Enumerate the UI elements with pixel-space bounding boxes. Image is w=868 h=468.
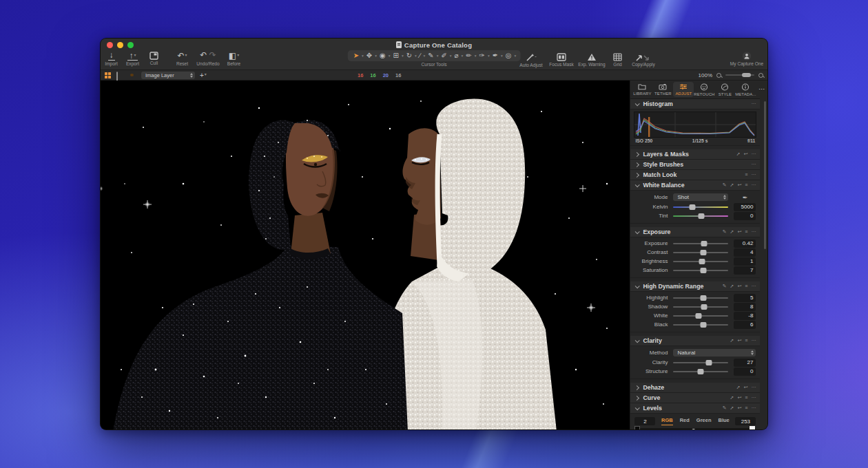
more-icon[interactable]: ⋯ bbox=[751, 151, 756, 157]
highlight-value[interactable]: 5 bbox=[734, 294, 756, 302]
copy-icon[interactable]: ➚ bbox=[736, 151, 741, 157]
tab-tether[interactable]: TETHER bbox=[652, 81, 673, 98]
more-icon[interactable]: ⋯ bbox=[751, 101, 756, 107]
more-icon[interactable]: ⋯ bbox=[751, 338, 756, 343]
proof-view-icon[interactable] bbox=[128, 72, 136, 78]
channel-red[interactable]: Red bbox=[680, 417, 690, 425]
slider-handle[interactable] bbox=[696, 313, 702, 319]
cull-button[interactable]: Cull bbox=[143, 50, 165, 65]
reset-icon[interactable]: ↩ bbox=[737, 229, 741, 235]
panel-header-histogram[interactable]: Histogram ⋯ bbox=[630, 99, 760, 109]
levels-graph[interactable] bbox=[634, 428, 756, 430]
export-button[interactable]: ↑▾ Export bbox=[122, 50, 143, 66]
black-value[interactable]: 6 bbox=[734, 321, 756, 329]
add-layer-button[interactable]: +▾ bbox=[200, 71, 207, 79]
import-button[interactable]: ↓ Import bbox=[101, 50, 122, 66]
auto-adjust-button[interactable]: Auto Adjust bbox=[516, 52, 546, 67]
undo-redo-button[interactable]: ↶ ↷ Undo/Redo bbox=[193, 50, 223, 66]
titlebar[interactable]: Capture One Catalog bbox=[101, 39, 767, 49]
rotate-tool-icon[interactable]: ↻ bbox=[405, 51, 413, 61]
presets-icon[interactable]: ≡ bbox=[745, 172, 747, 178]
zoom-out-icon[interactable] bbox=[716, 73, 721, 78]
slider-handle[interactable] bbox=[700, 268, 706, 273]
copy-icon[interactable]: ➚ bbox=[730, 284, 734, 289]
more-icon[interactable]: ⋯ bbox=[751, 172, 756, 178]
tint-value[interactable]: 0 bbox=[734, 212, 756, 220]
more-icon[interactable]: ⋯ bbox=[751, 229, 756, 235]
reset-icon[interactable]: ↩ bbox=[737, 338, 741, 343]
reset-icon[interactable]: ↩ bbox=[744, 151, 748, 157]
spot-removal-tool-icon[interactable]: ✎ bbox=[426, 51, 435, 61]
edit-icon[interactable]: ✎ bbox=[723, 405, 727, 411]
edit-icon[interactable]: ✎ bbox=[723, 229, 727, 235]
tab-metadata[interactable]: METADA... bbox=[735, 81, 756, 98]
slider-handle[interactable] bbox=[698, 369, 704, 374]
saturation-value[interactable]: 7 bbox=[734, 266, 756, 275]
more-icon[interactable]: ⋯ bbox=[751, 182, 756, 188]
more-icon[interactable]: ⋯ bbox=[751, 405, 756, 411]
black-slider[interactable] bbox=[673, 324, 728, 326]
reset-icon[interactable]: ↩ bbox=[737, 284, 741, 289]
panel-overflow-menu[interactable]: ⋮ bbox=[758, 86, 765, 93]
edit-icon[interactable]: ✎ bbox=[723, 284, 727, 289]
crop-tool-icon[interactable]: ⊞ bbox=[391, 51, 400, 61]
tab-retouch[interactable]: RETOUCH bbox=[694, 81, 714, 98]
layer-select[interactable]: Image Layer bbox=[141, 72, 195, 79]
channel-green[interactable]: Green bbox=[696, 417, 712, 425]
wb-mode-select[interactable]: Shot bbox=[673, 193, 728, 201]
panel-header-levels[interactable]: Levels ✎➚↩≡⋯ bbox=[630, 403, 760, 414]
reset-icon[interactable]: ↩ bbox=[737, 405, 741, 411]
panel-header-hdr[interactable]: High Dynamic Range ✎➚↩≡⋯ bbox=[630, 281, 760, 292]
reset-icon[interactable]: ↩ bbox=[737, 395, 741, 401]
levels-shadow-input[interactable]: 2 bbox=[634, 417, 655, 425]
shadow-value[interactable]: 8 bbox=[734, 303, 756, 311]
reset-icon[interactable]: ↩ bbox=[744, 385, 748, 390]
presets-icon[interactable]: ≡ bbox=[745, 182, 747, 188]
copy-icon[interactable]: ➚ bbox=[730, 229, 734, 235]
before-button[interactable]: ◧▾ Before bbox=[223, 50, 245, 66]
wb-eyedropper-icon[interactable]: ✒ bbox=[734, 194, 756, 201]
tint-slider[interactable] bbox=[673, 215, 728, 217]
slider-handle[interactable] bbox=[701, 304, 707, 310]
levels-white-point-handle[interactable] bbox=[750, 426, 755, 430]
speed-edit-tool-icon[interactable]: ◎ bbox=[504, 51, 513, 61]
contrast-value[interactable]: 4 bbox=[734, 248, 756, 257]
highlight-slider[interactable] bbox=[673, 297, 728, 299]
zoom-slider-handle[interactable] bbox=[742, 73, 751, 77]
panel-header-exposure[interactable]: Exposure ✎➚↩≡⋯ bbox=[630, 227, 760, 237]
exposure-warning-button[interactable]: Exp. Warning bbox=[577, 52, 607, 67]
clarity-slider[interactable] bbox=[673, 362, 728, 363]
annotate-tool-icon[interactable]: ✒ bbox=[491, 51, 499, 61]
white-value[interactable]: -8 bbox=[734, 312, 756, 320]
select-tool-icon[interactable]: ➤ bbox=[352, 51, 360, 61]
panel-header-white-balance[interactable]: White Balance ✎➚↩≡⋯ bbox=[630, 180, 760, 191]
exposure-value[interactable]: 0.42 bbox=[734, 240, 756, 248]
copy-icon[interactable]: ➚ bbox=[730, 338, 734, 343]
slider-handle[interactable] bbox=[701, 241, 707, 246]
panel-header-match-look[interactable]: Match Look ≡⋯ bbox=[630, 170, 760, 180]
panel-scrollbar[interactable] bbox=[764, 101, 766, 249]
zoom-slider[interactable] bbox=[725, 74, 754, 76]
reset-icon[interactable]: ↩ bbox=[737, 182, 741, 188]
reset-button[interactable]: ↶▾ Reset bbox=[172, 50, 193, 66]
grid-button[interactable]: Grid bbox=[607, 52, 628, 67]
slider-handle[interactable] bbox=[700, 322, 706, 328]
levels-highlight-input[interactable]: 253 bbox=[735, 417, 756, 425]
presets-icon[interactable]: ≡ bbox=[745, 338, 747, 343]
draw-mask-tool-icon[interactable]: ✏ bbox=[464, 51, 473, 61]
copy-icon[interactable]: ➚ bbox=[730, 182, 734, 188]
image-viewer[interactable] bbox=[101, 81, 630, 430]
levels-black-point-handle[interactable] bbox=[634, 426, 640, 430]
my-capture-one-button[interactable]: My Capture One bbox=[732, 50, 762, 66]
brightness-value[interactable]: 1 bbox=[734, 257, 756, 266]
tab-style[interactable]: STYLE bbox=[714, 81, 735, 98]
copy-icon[interactable]: ➚ bbox=[730, 395, 734, 401]
edit-icon[interactable]: ✎ bbox=[723, 182, 727, 188]
tab-adjust[interactable]: ADJUST bbox=[673, 82, 694, 97]
erase-mask-tool-icon[interactable]: ✑ bbox=[478, 51, 486, 61]
pan-tool-icon[interactable]: ✥ bbox=[365, 51, 373, 61]
tint-slider-handle[interactable] bbox=[699, 213, 705, 219]
more-icon[interactable]: ⋯ bbox=[751, 385, 756, 390]
presets-icon[interactable]: ≡ bbox=[745, 284, 747, 289]
slider-handle[interactable] bbox=[705, 360, 712, 365]
